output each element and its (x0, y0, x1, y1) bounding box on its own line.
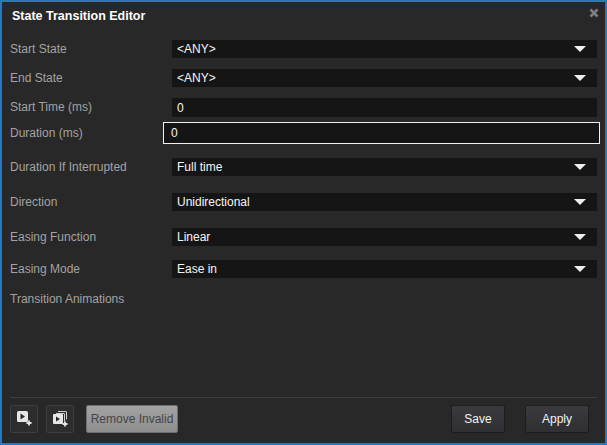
titlebar: State Transition Editor (2, 2, 605, 30)
easing-mode-label: Easing Mode (10, 260, 80, 278)
add-transition-icon (14, 408, 34, 431)
form-row: Duration (ms) (2, 124, 605, 142)
chevron-down-icon (574, 164, 586, 170)
form-row: Direction Unidirectional (2, 193, 605, 211)
start-state-value: <ANY> (177, 42, 216, 56)
form-row: Duration If Interrupted Full time (2, 158, 605, 176)
chevron-down-icon (574, 199, 586, 205)
duration-if-interrupted-dropdown[interactable]: Full time (172, 158, 597, 176)
direction-label: Direction (10, 193, 57, 211)
easing-function-value: Linear (177, 230, 210, 244)
end-state-label: End State (10, 69, 63, 87)
duration-field-wrap (163, 122, 600, 144)
end-state-value: <ANY> (177, 71, 216, 85)
easing-mode-dropdown[interactable]: Ease in (172, 260, 597, 278)
start-time-label: Start Time (ms) (10, 98, 92, 116)
end-state-dropdown[interactable]: <ANY> (172, 69, 597, 87)
form-row: Easing Mode Ease in (2, 260, 605, 278)
close-icon (588, 7, 600, 19)
start-state-dropdown[interactable]: <ANY> (172, 40, 597, 58)
direction-dropdown[interactable]: Unidirectional (172, 193, 597, 211)
remove-invalid-button[interactable]: Remove Invalid (86, 405, 178, 433)
start-state-label: Start State (10, 40, 67, 58)
direction-value: Unidirectional (177, 195, 250, 209)
dialog-title: State Transition Editor (12, 9, 145, 23)
easing-mode-value: Ease in (177, 262, 217, 276)
duration-if-interrupted-value: Full time (177, 160, 222, 174)
apply-button[interactable]: Apply (525, 405, 589, 433)
duration-label: Duration (ms) (10, 124, 83, 142)
transition-animations-label: Transition Animations (10, 290, 124, 308)
save-button[interactable]: Save (451, 405, 505, 433)
chevron-down-icon (574, 266, 586, 272)
easing-function-label: Easing Function (10, 228, 96, 246)
form-row: End State <ANY> (2, 69, 605, 87)
form-row: Transition Animations (2, 290, 605, 308)
add-transition-button[interactable] (10, 405, 38, 433)
start-time-input[interactable] (172, 99, 597, 117)
form-row: Start Time (ms) (2, 98, 605, 116)
form-row: Start State <ANY> (2, 40, 605, 58)
chevron-down-icon (574, 46, 586, 52)
add-multiple-transitions-button[interactable] (46, 405, 74, 433)
footer-divider (10, 397, 597, 398)
chevron-down-icon (574, 234, 586, 240)
start-time-field-wrap (172, 98, 597, 116)
chevron-down-icon (574, 75, 586, 81)
easing-function-dropdown[interactable]: Linear (172, 228, 597, 246)
state-transition-editor-dialog: State Transition Editor Start State <ANY… (0, 0, 607, 445)
form-row: Easing Function Linear (2, 228, 605, 246)
duration-input[interactable] (164, 123, 599, 143)
duration-if-interrupted-label: Duration If Interrupted (10, 158, 127, 176)
add-multiple-transitions-icon (50, 408, 70, 431)
close-button[interactable] (586, 5, 602, 21)
